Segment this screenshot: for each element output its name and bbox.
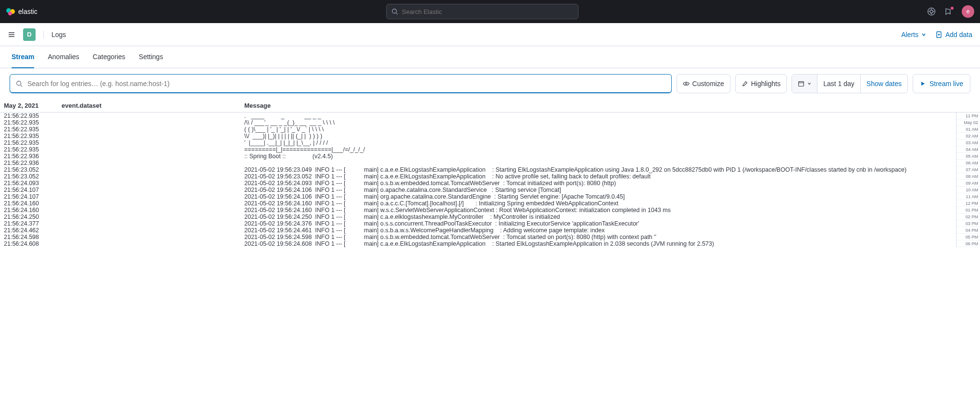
tabs-bar: StreamAnomaliesCategoriesSettings [0, 46, 980, 68]
search-icon [391, 8, 398, 15]
svg-line-4 [396, 13, 398, 15]
date-range-text[interactable]: Last 1 day [817, 75, 860, 93]
minimap-tick: 06 AM [956, 160, 980, 166]
user-avatar[interactable]: e [962, 5, 974, 18]
svg-point-19 [685, 83, 687, 85]
log-timestamp: 21:56:24.107 [4, 193, 62, 200]
minimap-tick: 10 AM [956, 187, 980, 193]
log-row[interactable]: 21:56:24.1602021-05-02 19:56:24.160 INFO… [0, 200, 956, 207]
news-feed-icon[interactable] [944, 7, 953, 16]
add-data-button[interactable]: Add data [936, 31, 972, 38]
elastic-logo-icon [6, 7, 15, 16]
space-selector[interactable]: D [23, 28, 36, 41]
topbar-actions: e [927, 5, 974, 18]
date-quick-select[interactable] [792, 75, 817, 93]
brand-logo[interactable]: elastic [6, 7, 38, 16]
log-timestamp: 21:56:24.160 [4, 200, 62, 207]
log-row[interactable]: 21:56:22.935( ( )\___ | '_ | '_| | '_ \/… [0, 126, 956, 133]
stream-live-button[interactable]: Stream live [913, 74, 970, 93]
log-row[interactable]: 21:56:24.6082021-05-02 19:56:24.608 INFO… [0, 240, 956, 247]
minimap-tick: 02 AM [956, 133, 980, 139]
log-row[interactable]: 21:56:24.1072021-05-02 19:56:24.106 INFO… [0, 187, 956, 193]
minimap-tick: 07 AM [956, 166, 980, 173]
minimap-tick: 01 PM [956, 207, 980, 214]
alerts-button[interactable]: Alerts [901, 31, 926, 38]
log-row[interactable]: 21:56:22.935=========|_|==============|_… [0, 146, 956, 153]
minimap-tick: 08 AM [956, 173, 980, 180]
log-row[interactable]: 21:56:22.936 [0, 160, 956, 166]
search-icon [16, 80, 23, 87]
minimap-tick: 12 PM [956, 200, 980, 207]
minimap-tick: 03 PM [956, 220, 980, 227]
log-message: ' |____| .__|_| |_|_| |_\__, | / / / / [244, 139, 952, 146]
log-message: 2021-05-02 19:56:24.250 INFO 1 --- [ mai… [244, 214, 952, 220]
date-picker: Last 1 day Show dates [792, 74, 908, 93]
log-row[interactable]: 21:56:24.1602021-05-02 19:56:24.160 INFO… [0, 207, 956, 214]
log-dataset [62, 133, 244, 139]
log-minimap[interactable]: 11 PMMay 0201 AM02 AM03 AM04 AM05 AM06 A… [956, 113, 980, 247]
log-row[interactable]: 21:56:24.1072021-05-02 19:56:24.106 INFO… [0, 193, 956, 200]
log-timestamp: 21:56:22.935 [4, 146, 62, 153]
top-bar: elastic e [0, 0, 980, 23]
log-row[interactable]: 21:56:22.935/\\ / ___'_ __ _ _(_)_ __ __… [0, 119, 956, 126]
log-row[interactable]: 21:56:22.935' |____| .__|_| |_|_| |_\__,… [0, 139, 956, 146]
log-dataset [62, 207, 244, 214]
breadcrumb-actions: Alerts Add data [901, 31, 972, 38]
global-search[interactable] [386, 4, 578, 19]
eye-icon [683, 80, 690, 87]
log-row[interactable]: 21:56:24.5982021-05-02 19:56:24.598 INFO… [0, 234, 956, 240]
log-row[interactable]: 21:56:24.3772021-05-02 19:56:24.376 INFO… [0, 220, 956, 227]
global-search-wrap [45, 4, 919, 19]
log-row[interactable]: 21:56:22.936:: Spring Boot :: (v2.4.5) [0, 153, 956, 160]
help-icon[interactable] [927, 7, 936, 16]
log-row[interactable]: 21:56:23.0522021-05-02 19:56:23.052 INFO… [0, 173, 956, 180]
log-timestamp: 21:56:22.935 [4, 139, 62, 146]
tab-categories[interactable]: Categories [93, 46, 126, 68]
log-row[interactable]: 21:56:24.2502021-05-02 19:56:24.250 INFO… [0, 214, 956, 220]
log-column-headers: May 2, 2021 event.dataset Message [0, 99, 980, 113]
tab-anomalies[interactable]: Anomalies [48, 46, 79, 68]
nav-toggle-icon[interactable] [8, 31, 15, 38]
svg-rect-20 [799, 82, 804, 87]
stream-live-label: Stream live [930, 80, 963, 88]
notification-dot [950, 6, 954, 10]
log-timestamp: 21:56:22.935 [4, 119, 62, 126]
tab-stream[interactable]: Stream [12, 46, 34, 68]
tab-settings[interactable]: Settings [139, 46, 163, 68]
log-timestamp: 21:56:22.935 [4, 113, 62, 119]
log-dataset [62, 113, 244, 119]
log-timestamp: 21:56:24.462 [4, 227, 62, 234]
log-query-box[interactable] [10, 74, 672, 93]
minimap-tick: 01 AM [956, 126, 980, 133]
log-message: /\\ / ___'_ __ _ _(_)_ __ __ _ \ \ \ \ [244, 119, 952, 126]
log-row[interactable]: 21:56:24.0932021-05-02 19:56:24.093 INFO… [0, 180, 956, 187]
log-message: 2021-05-02 19:56:24.106 INFO 1 --- [ mai… [244, 193, 952, 200]
svg-point-3 [392, 9, 397, 13]
log-row[interactable]: 21:56:22.935\\/ ___)| |_)| | | | | || (_… [0, 133, 956, 139]
log-timestamp: 21:56:24.107 [4, 187, 62, 193]
log-row[interactable]: 21:56:22.935. ____ _ __ _ _ [0, 113, 956, 119]
log-query-input[interactable] [27, 80, 666, 88]
log-dataset [62, 214, 244, 220]
log-row[interactable]: 21:56:23.0522021-05-02 19:56:23.049 INFO… [0, 166, 956, 173]
log-dataset [62, 119, 244, 126]
alerts-label: Alerts [901, 31, 918, 38]
log-dataset [62, 200, 244, 207]
log-dataset [62, 160, 244, 166]
log-timestamp: 21:56:22.935 [4, 126, 62, 133]
show-dates-button[interactable]: Show dates [860, 75, 907, 93]
log-row[interactable]: 21:56:24.4622021-05-02 19:56:24.461 INFO… [0, 227, 956, 234]
customize-button[interactable]: Customize [677, 74, 730, 93]
log-dataset [62, 234, 244, 240]
log-timestamp: 21:56:23.052 [4, 173, 62, 180]
log-message: 2021-05-02 19:56:23.049 INFO 1 --- [ mai… [244, 166, 952, 173]
chevron-down-icon [921, 32, 926, 37]
log-timestamp: 21:56:22.936 [4, 153, 62, 160]
log-message: 2021-05-02 19:56:24.598 INFO 1 --- [ mai… [244, 234, 952, 240]
log-dataset [62, 240, 244, 247]
breadcrumb: Logs [43, 31, 66, 38]
highlights-button[interactable]: Highlights [735, 74, 787, 93]
global-search-input[interactable] [402, 8, 573, 15]
svg-point-2 [8, 12, 12, 15]
log-message: 2021-05-02 19:56:24.461 INFO 1 --- [ mai… [244, 227, 952, 234]
